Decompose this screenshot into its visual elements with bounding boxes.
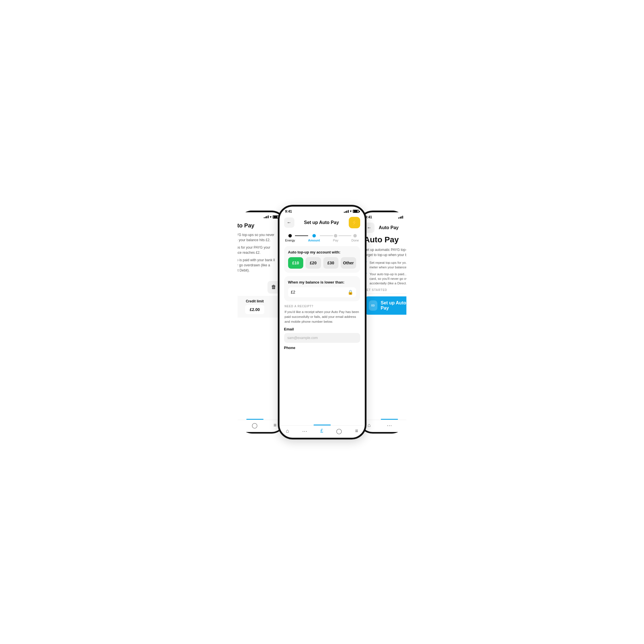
step-done: Done [351,234,359,242]
center-help-icon: ◯ [336,428,342,434]
lock-icon: 🔒 [348,290,353,295]
step-dot-pay [334,234,337,237]
lightning-icon: ⚡ [351,219,358,226]
menu-icon: ≡ [274,422,277,428]
topup-card: Auto top-up my account with: £10 £20 £30… [284,246,360,273]
center-wifi-icon: ▾ [350,209,352,213]
center-content: Auto top-up my account with: £10 £20 £30… [280,244,365,424]
right-status-icons: ▾ [398,215,413,219]
right-account-icon: £ [408,422,411,428]
progress-steps: Energy Amount Pay Done [280,231,365,244]
center-status-bar: 9:41 ▾ [280,207,365,215]
balance-row: £2 🔒 [288,287,356,297]
center-back-button[interactable]: ← [284,217,294,228]
amount-10-label: £10 [292,261,299,265]
center-nav-network[interactable]: ⋯ [302,428,307,434]
amount-btn-10[interactable]: £10 [288,257,304,269]
step-label-amount: Amount [308,239,320,242]
signal-icon [264,215,269,218]
get-started-label: GET STARTED [360,288,419,292]
infinity-icon: ∞ [369,300,377,311]
feature-2-text: Your auto top-up is paid... card, so you… [370,272,415,286]
wifi-icon: ▾ [270,215,272,219]
center-action-button[interactable]: ⚡ [349,217,360,228]
left-bottom-nav: £ ◯ ≡ [225,420,285,432]
receipt-label: NEED A RECEIPT? [285,305,360,308]
step-line-3 [338,235,351,236]
amount-btn-20[interactable]: £20 [306,257,321,269]
right-phone: 9:41 ▾ ← [358,211,421,434]
step-label-pay: Pay [333,239,338,242]
right-nav-network[interactable]: ⋯ [387,422,392,429]
amount-btn-30[interactable]: £30 [323,257,339,269]
right-home-icon: ⌂ [368,422,371,428]
home-icon: ⌂ [286,428,289,434]
left-nav-help[interactable]: ◯ [252,422,257,429]
left-phone: ▾ Auto Pay c PAYG top-ups so you never w… [223,211,286,434]
step-line-1 [295,235,308,236]
credit-limit-card: Credit limit £2.00 [230,296,280,318]
help-icon: ◯ [252,422,257,429]
right-description: Set up automatic PAYG top-u... forget to… [360,247,419,257]
scene: ▾ Auto Pay c PAYG top-ups so you never w… [193,193,451,451]
amount-30-label: £30 [328,261,334,265]
center-nav-account[interactable]: £ [320,428,323,434]
email-placeholder: sam@example.com [288,336,318,340]
network-icon: ⋯ [302,428,307,434]
center-time: 9:41 [285,209,292,213]
step-label-energy: Energy [285,239,295,242]
right-heading: Auto Pay [360,235,419,244]
phone-label: Phone [284,346,360,350]
right-feature-1: ✓ Set repeat top-ups for yo... meter whe… [360,260,419,270]
feature-1-text: Set repeat top-ups for yo... meter when … [370,260,415,270]
center-menu-icon: ≡ [355,428,358,434]
step-amount: Amount [308,234,320,242]
right-feature-2: ✓ Your auto top-up is paid... card, so y… [360,272,419,286]
balance-card-title: When my balance is lower than: [288,280,356,284]
pound-icon: £ [233,422,236,428]
email-label: Email [284,327,360,331]
center-phone: 9:41 ▾ ← [278,205,366,439]
credit-limit-label: Credit limit [233,299,277,303]
center-battery-icon [353,210,359,213]
right-nav-home[interactable]: ⌂ [368,422,371,428]
right-status-bar: 9:41 ▾ [360,212,419,220]
left-nav-menu[interactable]: ≡ [274,422,277,428]
center-nav-header: ← Set up Auto Pay ⚡ [280,215,365,231]
right-signal-icon [398,216,403,219]
left-desc1: c PAYG top-ups so you never when your ba… [230,232,280,243]
left-title: Auto Pay [230,222,280,229]
left-desc2: op-ups for your PAYG your balance reache… [230,245,280,255]
center-nav-home[interactable]: ⌂ [286,428,289,434]
account-icon: £ [320,428,323,434]
receipt-section: NEED A RECEIPT? If you'd like a receipt … [284,305,360,324]
amount-btn-other[interactable]: Other [341,257,356,269]
right-bottom-nav: ⌂ ⋯ £ [360,420,419,432]
step-dot-done [353,234,357,237]
email-input[interactable]: sam@example.com [284,333,360,343]
left-nav-pound[interactable]: £ [233,422,236,428]
center-nav-menu[interactable]: ≡ [355,428,358,434]
trash-icon: 🗑 [271,284,276,290]
right-nav-account[interactable]: £ [408,422,411,428]
center-bottom-nav: ⌂ ⋯ £ ◯ ≡ [280,425,365,438]
balance-value: £2 [291,290,296,294]
amount-other-label: Other [343,261,354,265]
setup-autopay-button[interactable]: ∞ Set up Auto Pay [364,296,415,315]
amount-options: £10 £20 £30 Other [288,257,356,269]
topup-card-title: Auto top-up my account with: [288,250,356,254]
center-status-icons: ▾ [344,209,359,213]
center-signal-icon [344,210,349,213]
left-status-bar: ▾ [225,212,285,220]
credit-limit-value: £2.00 [245,305,264,314]
right-wifi-icon: ▾ [404,215,406,219]
step-label-done: Done [351,239,359,242]
back-arrow-icon: ← [287,220,292,225]
setup-btn-label: Set up Auto Pay [381,300,410,311]
step-dot-energy [288,234,292,237]
right-nav-header: ← Auto Pay [360,220,419,235]
center-nav-help[interactable]: ◯ [336,428,342,434]
center-nav-title: Set up Auto Pay [304,220,339,225]
step-energy: Energy [285,234,295,242]
step-dot-amount [312,234,316,237]
